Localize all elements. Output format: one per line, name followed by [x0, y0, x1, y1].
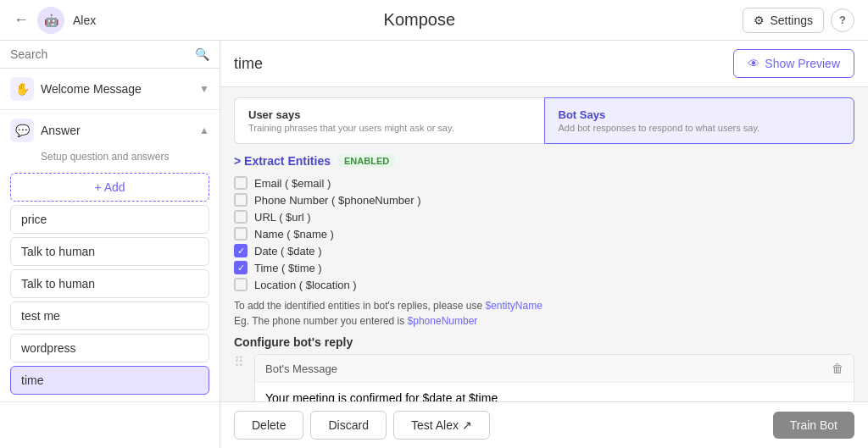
settings-button[interactable]: ⚙ Settings — [743, 8, 824, 33]
email-checkbox[interactable] — [234, 176, 248, 190]
content-area: 👁 Show Preview User says Training phrase… — [220, 41, 868, 448]
sidebar-answer-title: Answer — [41, 124, 81, 137]
entity-location: Location ( $location ) — [234, 278, 854, 291]
bot-message-wrapper: ⠿ Bot's Message 🗑 Your meeting is confir… — [234, 354, 854, 401]
tab-bot-says-title: Bot Says — [559, 108, 841, 121]
location-label: Location ( $location ) — [254, 279, 357, 291]
delete-button[interactable]: Delete — [234, 411, 303, 440]
entity-hint-2: Eg. The phone number you entered is $pho… — [234, 315, 854, 327]
bottom-left: Delete Discard Test Alex ↗ — [234, 411, 490, 440]
chevron-down-icon: ▼ — [199, 83, 209, 95]
entity-time: ✓ Time ( $time ) — [234, 261, 854, 274]
bottom-bar: Delete Discard Test Alex ↗ Train Bot — [220, 401, 868, 448]
phone-checkbox[interactable] — [234, 193, 248, 207]
add-button[interactable]: + Add — [10, 173, 209, 202]
welcome-icon: ✋ — [10, 77, 34, 101]
bot-message-body: Your meeting is confirmed for $date at $… — [255, 383, 854, 401]
question-mark-icon: ? — [839, 14, 846, 26]
gear-icon: ⚙ — [754, 14, 765, 27]
sidebar-item-time[interactable]: time — [10, 366, 209, 395]
tab-user-says-title: User says — [248, 108, 531, 121]
sidebar-item-price[interactable]: price — [10, 205, 209, 234]
answer-icon: 💬 — [10, 119, 34, 142]
topbar: ← 🤖 Alex Kompose ⚙ Settings ? — [0, 0, 868, 41]
sidebar-section-welcome: ✋ Welcome Message ▼ — [0, 69, 220, 110]
url-label: URL ( $url ) — [254, 211, 311, 224]
sidebar-section-welcome-left: ✋ Welcome Message — [10, 77, 142, 101]
configure-section-title: Configure bot's reply — [234, 335, 854, 349]
train-bot-button[interactable]: Train Bot — [773, 412, 854, 439]
show-preview-button[interactable]: 👁 Show Preview — [733, 49, 854, 78]
enabled-badge: ENABLED — [337, 154, 396, 168]
date-checkbox[interactable]: ✓ — [234, 244, 248, 257]
search-icon: 🔍 — [195, 47, 209, 61]
delete-message-icon[interactable]: 🗑 — [832, 362, 843, 375]
bot-message-card: Bot's Message 🗑 Your meeting is confirme… — [254, 354, 854, 401]
entity-list: Email ( $email ) Phone Number ( $phoneNu… — [234, 176, 854, 291]
phone-label: Phone Number ( $phoneNumber ) — [254, 194, 421, 207]
entity-name: Name ( $name ) — [234, 227, 854, 241]
app-title: Kompose — [384, 10, 456, 30]
sidebar-item-talk1[interactable]: Talk to human — [10, 237, 209, 266]
search-box: 🔍 — [0, 41, 220, 69]
sidebar-section-welcome-header[interactable]: ✋ Welcome Message ▼ — [0, 69, 220, 109]
extract-entities-title[interactable]: > Extract Entities — [234, 154, 331, 168]
email-label: Email ( $email ) — [254, 177, 331, 190]
tabs-row: User says Training phrases that your use… — [234, 97, 854, 144]
sidebar-section-answer-header[interactable]: 💬 Answer ▲ — [0, 110, 220, 151]
bot-message-card-header: Bot's Message 🗑 — [255, 355, 854, 383]
search-input[interactable] — [10, 47, 188, 61]
tab-bot-says-subtitle: Add bot responses to respond to what use… — [559, 123, 841, 133]
entity-hint-1: To add the identified entities in bot's … — [234, 300, 854, 312]
content-inner: 👁 Show Preview User says Training phrase… — [220, 41, 868, 448]
sidebar-section-answer-left: 💬 Answer — [10, 119, 81, 142]
entity-email: Email ( $email ) — [234, 176, 854, 190]
bot-message-text: Your meeting is confirmed for $date at $… — [265, 391, 498, 401]
name-label: Name ( $name ) — [254, 228, 334, 241]
tab-user-says-subtitle: Training phrases that your users might a… — [248, 123, 531, 133]
sidebar-answer-list: + Add price Talk to human Talk to human … — [0, 169, 220, 401]
topbar-left: ← 🤖 Alex — [14, 7, 96, 34]
drag-handle-icon[interactable]: ⠿ — [234, 354, 244, 370]
bot-message-title: Bot's Message — [265, 362, 337, 375]
entity-phone: Phone Number ( $phoneNumber ) — [234, 193, 854, 207]
sidebar-item-wordpress[interactable]: wordpress — [10, 334, 209, 362]
time-label: Time ( $time ) — [254, 262, 322, 274]
location-checkbox[interactable] — [234, 278, 248, 291]
main-layout: 🔍 ✋ Welcome Message ▼ 💬 Answer ▲ Setup q — [0, 41, 868, 448]
topbar-right: ⚙ Settings ? — [743, 8, 854, 33]
sidebar-item-talk2[interactable]: Talk to human — [10, 269, 209, 298]
tab-user-says[interactable]: User says Training phrases that your use… — [234, 97, 544, 144]
sidebar-item-testme[interactable]: test me — [10, 301, 209, 330]
show-preview-label: Show Preview — [765, 57, 840, 70]
tab-bot-says[interactable]: Bot Says Add bot responses to respond to… — [544, 97, 855, 144]
test-button[interactable]: Test Alex ↗ — [393, 411, 490, 440]
sidebar-welcome-title: Welcome Message — [41, 82, 142, 96]
entity-url: URL ( $url ) — [234, 210, 854, 224]
sidebar-answer-subtitle: Setup question and answers — [0, 151, 220, 169]
entity-name-link[interactable]: $entityName — [485, 300, 542, 312]
avatar: 🤖 — [37, 7, 64, 34]
help-button[interactable]: ? — [831, 8, 854, 32]
date-label: Date ( $date ) — [254, 245, 322, 257]
intent-input[interactable] — [234, 55, 726, 73]
discard-button[interactable]: Discard — [310, 411, 386, 440]
entity-date: ✓ Date ( $date ) — [234, 244, 854, 257]
back-button[interactable]: ← — [14, 11, 29, 29]
intent-row: 👁 Show Preview — [220, 41, 868, 87]
chevron-up-icon: ▲ — [199, 124, 209, 136]
user-name: Alex — [73, 14, 96, 27]
phone-number-link[interactable]: $phoneNumber — [408, 315, 478, 327]
time-checkbox[interactable]: ✓ — [234, 261, 248, 274]
name-checkbox[interactable] — [234, 227, 248, 241]
sidebar-section-answer: 💬 Answer ▲ Setup question and answers + … — [0, 110, 220, 402]
scroll-area: > Extract Entities ENABLED Email ( $emai… — [220, 144, 868, 401]
eye-icon: 👁 — [748, 57, 760, 70]
extract-entities-header: > Extract Entities ENABLED — [234, 154, 854, 168]
sidebar: 🔍 ✋ Welcome Message ▼ 💬 Answer ▲ Setup q — [0, 41, 220, 448]
url-checkbox[interactable] — [234, 210, 248, 224]
